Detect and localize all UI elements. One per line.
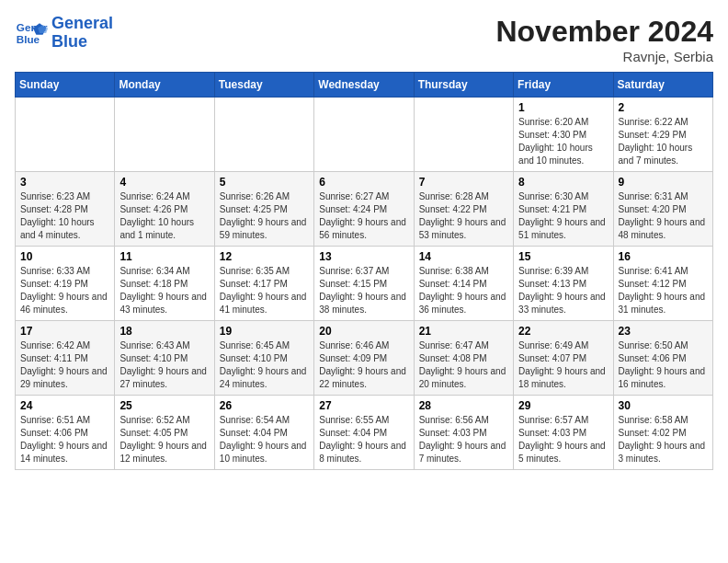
day-number: 21 <box>419 325 508 338</box>
day-number: 6 <box>319 176 408 189</box>
week-row-1: 1Sunrise: 6:20 AM Sunset: 4:30 PM Daylig… <box>16 98 713 172</box>
day-number: 27 <box>319 399 408 412</box>
day-number: 11 <box>119 250 209 263</box>
day-cell <box>115 98 214 172</box>
day-number: 24 <box>20 399 109 412</box>
day-number: 18 <box>119 325 209 338</box>
day-cell: 19Sunrise: 6:45 AM Sunset: 4:10 PM Dayli… <box>214 321 313 396</box>
week-row-5: 24Sunrise: 6:51 AM Sunset: 4:06 PM Dayli… <box>16 396 713 470</box>
day-info: Sunrise: 6:54 AM Sunset: 4:04 PM Dayligh… <box>220 414 309 465</box>
logo: General Blue General Blue <box>15 15 113 52</box>
day-info: Sunrise: 6:42 AM Sunset: 4:11 PM Dayligh… <box>20 339 109 391</box>
day-info: Sunrise: 6:37 AM Sunset: 4:15 PM Dayligh… <box>319 265 408 316</box>
day-cell: 4Sunrise: 6:24 AM Sunset: 4:26 PM Daylig… <box>115 172 214 247</box>
logo-icon: General Blue <box>15 17 48 50</box>
day-cell: 10Sunrise: 6:33 AM Sunset: 4:19 PM Dayli… <box>16 247 115 321</box>
day-cell: 8Sunrise: 6:30 AM Sunset: 4:21 PM Daylig… <box>514 172 613 247</box>
day-info: Sunrise: 6:43 AM Sunset: 4:10 PM Dayligh… <box>119 339 209 391</box>
day-cell: 26Sunrise: 6:54 AM Sunset: 4:04 PM Dayli… <box>214 396 313 470</box>
day-cell: 23Sunrise: 6:50 AM Sunset: 4:06 PM Dayli… <box>613 321 712 396</box>
day-info: Sunrise: 6:51 AM Sunset: 4:06 PM Dayligh… <box>20 414 109 465</box>
calendar-table: Sunday Monday Tuesday Wednesday Thursday… <box>15 72 713 470</box>
day-info: Sunrise: 6:52 AM Sunset: 4:05 PM Dayligh… <box>119 414 209 465</box>
day-cell: 20Sunrise: 6:46 AM Sunset: 4:09 PM Dayli… <box>314 321 414 396</box>
page-header: General Blue General Blue November 2024 … <box>15 15 713 64</box>
day-number: 25 <box>119 399 209 412</box>
day-number: 10 <box>20 250 109 263</box>
col-monday: Monday <box>115 73 214 98</box>
day-info: Sunrise: 6:58 AM Sunset: 4:02 PM Dayligh… <box>619 414 708 465</box>
day-cell <box>214 98 313 172</box>
day-number: 16 <box>619 250 708 263</box>
col-thursday: Thursday <box>414 73 513 98</box>
day-info: Sunrise: 6:55 AM Sunset: 4:04 PM Dayligh… <box>319 414 408 465</box>
location: Ravnje, Serbia <box>495 49 713 64</box>
day-cell: 7Sunrise: 6:28 AM Sunset: 4:22 PM Daylig… <box>414 172 513 247</box>
day-cell: 2Sunrise: 6:22 AM Sunset: 4:29 PM Daylig… <box>613 98 712 172</box>
day-number: 2 <box>619 101 708 114</box>
day-info: Sunrise: 6:34 AM Sunset: 4:18 PM Dayligh… <box>119 265 209 316</box>
day-info: Sunrise: 6:47 AM Sunset: 4:08 PM Dayligh… <box>419 339 508 391</box>
day-cell: 5Sunrise: 6:26 AM Sunset: 4:25 PM Daylig… <box>214 172 313 247</box>
day-number: 5 <box>220 176 309 189</box>
day-cell: 9Sunrise: 6:31 AM Sunset: 4:20 PM Daylig… <box>613 172 712 247</box>
logo-text-general: General <box>51 15 113 33</box>
day-cell: 13Sunrise: 6:37 AM Sunset: 4:15 PM Dayli… <box>314 247 414 321</box>
col-sunday: Sunday <box>16 73 115 98</box>
day-cell: 25Sunrise: 6:52 AM Sunset: 4:05 PM Dayli… <box>115 396 214 470</box>
week-row-3: 10Sunrise: 6:33 AM Sunset: 4:19 PM Dayli… <box>16 247 713 321</box>
col-tuesday: Tuesday <box>214 73 313 98</box>
day-number: 7 <box>419 176 508 189</box>
day-cell: 22Sunrise: 6:49 AM Sunset: 4:07 PM Dayli… <box>514 321 613 396</box>
day-number: 1 <box>518 101 608 114</box>
day-info: Sunrise: 6:57 AM Sunset: 4:03 PM Dayligh… <box>518 414 608 465</box>
day-number: 29 <box>518 399 608 412</box>
day-cell <box>16 98 115 172</box>
day-number: 15 <box>518 250 608 263</box>
week-row-2: 3Sunrise: 6:23 AM Sunset: 4:28 PM Daylig… <box>16 172 713 247</box>
week-row-4: 17Sunrise: 6:42 AM Sunset: 4:11 PM Dayli… <box>16 321 713 396</box>
day-number: 13 <box>319 250 408 263</box>
day-cell: 17Sunrise: 6:42 AM Sunset: 4:11 PM Dayli… <box>16 321 115 396</box>
col-friday: Friday <box>514 73 613 98</box>
day-number: 4 <box>119 176 209 189</box>
day-info: Sunrise: 6:50 AM Sunset: 4:06 PM Dayligh… <box>619 339 708 391</box>
day-info: Sunrise: 6:33 AM Sunset: 4:19 PM Dayligh… <box>20 265 109 316</box>
day-cell: 29Sunrise: 6:57 AM Sunset: 4:03 PM Dayli… <box>514 396 613 470</box>
day-cell: 11Sunrise: 6:34 AM Sunset: 4:18 PM Dayli… <box>115 247 214 321</box>
col-wednesday: Wednesday <box>314 73 414 98</box>
calendar-body: 1Sunrise: 6:20 AM Sunset: 4:30 PM Daylig… <box>16 98 713 470</box>
day-info: Sunrise: 6:45 AM Sunset: 4:10 PM Dayligh… <box>220 339 309 391</box>
day-info: Sunrise: 6:49 AM Sunset: 4:07 PM Dayligh… <box>518 339 608 391</box>
day-cell: 15Sunrise: 6:39 AM Sunset: 4:13 PM Dayli… <box>514 247 613 321</box>
day-number: 8 <box>518 176 608 189</box>
day-cell: 27Sunrise: 6:55 AM Sunset: 4:04 PM Dayli… <box>314 396 414 470</box>
day-number: 14 <box>419 250 508 263</box>
day-info: Sunrise: 6:27 AM Sunset: 4:24 PM Dayligh… <box>319 190 408 242</box>
day-info: Sunrise: 6:56 AM Sunset: 4:03 PM Dayligh… <box>419 414 508 465</box>
day-number: 23 <box>619 325 708 338</box>
calendar-header: Sunday Monday Tuesday Wednesday Thursday… <box>16 73 713 98</box>
day-number: 12 <box>220 250 309 263</box>
day-info: Sunrise: 6:26 AM Sunset: 4:25 PM Dayligh… <box>220 190 309 242</box>
day-info: Sunrise: 6:30 AM Sunset: 4:21 PM Dayligh… <box>518 190 608 242</box>
day-cell: 18Sunrise: 6:43 AM Sunset: 4:10 PM Dayli… <box>115 321 214 396</box>
day-cell: 3Sunrise: 6:23 AM Sunset: 4:28 PM Daylig… <box>16 172 115 247</box>
day-number: 30 <box>619 399 708 412</box>
day-number: 20 <box>319 325 408 338</box>
day-number: 28 <box>419 399 508 412</box>
day-info: Sunrise: 6:31 AM Sunset: 4:20 PM Dayligh… <box>619 190 708 242</box>
col-saturday: Saturday <box>613 73 712 98</box>
weekday-row: Sunday Monday Tuesday Wednesday Thursday… <box>16 73 713 98</box>
month-title: November 2024 <box>495 15 713 49</box>
day-info: Sunrise: 6:39 AM Sunset: 4:13 PM Dayligh… <box>518 265 608 316</box>
day-info: Sunrise: 6:38 AM Sunset: 4:14 PM Dayligh… <box>419 265 508 316</box>
day-info: Sunrise: 6:22 AM Sunset: 4:29 PM Dayligh… <box>619 116 708 167</box>
day-cell: 1Sunrise: 6:20 AM Sunset: 4:30 PM Daylig… <box>514 98 613 172</box>
day-cell: 16Sunrise: 6:41 AM Sunset: 4:12 PM Dayli… <box>613 247 712 321</box>
day-cell: 12Sunrise: 6:35 AM Sunset: 4:17 PM Dayli… <box>214 247 313 321</box>
day-number: 19 <box>220 325 309 338</box>
title-block: November 2024 Ravnje, Serbia <box>495 15 713 64</box>
day-number: 9 <box>619 176 708 189</box>
day-cell: 21Sunrise: 6:47 AM Sunset: 4:08 PM Dayli… <box>414 321 513 396</box>
